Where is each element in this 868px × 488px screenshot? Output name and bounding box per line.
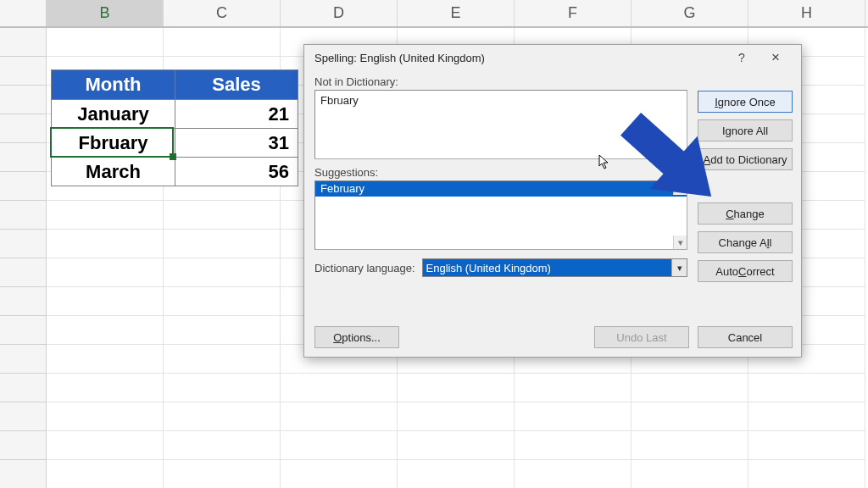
grid-cell[interactable] xyxy=(515,402,632,431)
not-in-dictionary-value: Fbruary xyxy=(320,94,359,107)
grid-cell[interactable] xyxy=(47,258,164,287)
cell-sales-2[interactable]: 56 xyxy=(175,157,298,186)
cell-month-0[interactable]: January xyxy=(52,99,175,128)
row-header[interactable] xyxy=(0,28,47,57)
row-header[interactable] xyxy=(0,57,47,86)
grid-cell[interactable] xyxy=(281,431,398,460)
row-header[interactable] xyxy=(0,345,47,374)
column-header-E[interactable]: E xyxy=(398,0,515,26)
not-in-dictionary-box[interactable]: Fbruary xyxy=(314,90,687,159)
grid-cell[interactable] xyxy=(47,316,164,345)
grid-row xyxy=(0,374,868,402)
add-to-dictionary-button[interactable]: Add to Dictionary xyxy=(698,148,793,170)
row-header[interactable] xyxy=(0,374,47,402)
row-header[interactable] xyxy=(0,230,47,258)
row-header[interactable] xyxy=(0,431,47,460)
grid-cell[interactable] xyxy=(47,374,164,402)
row-header[interactable] xyxy=(0,402,47,431)
grid-cell[interactable] xyxy=(632,402,748,431)
suggestion-item-0[interactable]: February xyxy=(315,181,687,197)
grid-cell[interactable] xyxy=(164,460,281,488)
suggestions-listbox[interactable]: February ▴ ▾ xyxy=(314,180,687,250)
chevron-down-icon[interactable]: ▾ xyxy=(671,259,687,276)
column-header-D[interactable]: D xyxy=(281,0,398,26)
grid-cell[interactable] xyxy=(164,374,281,402)
options-button[interactable]: Options... xyxy=(314,326,399,348)
cell-sales-1[interactable]: 31 xyxy=(175,128,298,157)
column-header-C[interactable]: C xyxy=(164,0,281,26)
cell-sales-0[interactable]: 21 xyxy=(175,99,298,128)
grid-cell[interactable] xyxy=(398,402,515,431)
change-all-button[interactable]: Change All xyxy=(698,231,793,253)
dictionary-language-select[interactable]: English (United Kingdom) ▾ xyxy=(422,258,687,277)
dictionary-language-label: Dictionary language: xyxy=(314,262,415,274)
row-header[interactable] xyxy=(0,287,47,316)
dictionary-language-value: English (United Kingdom) xyxy=(426,262,551,274)
grid-cell[interactable] xyxy=(398,374,515,402)
row-header[interactable] xyxy=(0,143,47,172)
grid-cell[interactable] xyxy=(748,460,865,488)
scroll-down-icon[interactable]: ▾ xyxy=(673,236,687,249)
grid-cell[interactable] xyxy=(515,460,632,488)
autocorrect-button[interactable]: AutoCorrect xyxy=(698,260,793,282)
grid-cell[interactable] xyxy=(47,201,164,230)
row-header[interactable] xyxy=(0,460,47,488)
grid-cell[interactable] xyxy=(164,402,281,431)
row-header[interactable] xyxy=(0,86,47,114)
help-button[interactable]: ? xyxy=(725,46,759,69)
grid-cell[interactable] xyxy=(281,460,398,488)
grid-cell[interactable] xyxy=(164,431,281,460)
header-month[interactable]: Month xyxy=(52,70,175,99)
grid-cell[interactable] xyxy=(164,287,281,316)
row-header[interactable] xyxy=(0,114,47,143)
grid-cell[interactable] xyxy=(47,460,164,488)
grid-cell[interactable] xyxy=(515,374,632,402)
grid-cell[interactable] xyxy=(748,431,865,460)
grid-cell[interactable] xyxy=(515,431,632,460)
column-header-row: B C D E F G H xyxy=(0,0,868,28)
grid-cell[interactable] xyxy=(281,374,398,402)
header-sales[interactable]: Sales xyxy=(175,70,298,99)
grid-cell[interactable] xyxy=(47,230,164,258)
cell-month-2[interactable]: March xyxy=(52,157,175,186)
grid-cell[interactable] xyxy=(164,316,281,345)
grid-cell[interactable] xyxy=(47,28,164,57)
grid-cell[interactable] xyxy=(164,230,281,258)
grid-cell[interactable] xyxy=(164,201,281,230)
grid-cell[interactable] xyxy=(398,431,515,460)
grid-cell[interactable] xyxy=(281,402,398,431)
cancel-button[interactable]: Cancel xyxy=(698,326,793,348)
grid-cell[interactable] xyxy=(632,431,748,460)
cell-month-1[interactable]: Fbruary xyxy=(52,128,175,157)
row-header[interactable] xyxy=(0,172,47,201)
grid-cell[interactable] xyxy=(47,431,164,460)
grid-cell[interactable] xyxy=(164,258,281,287)
data-table: Month Sales January 21 Fbruary 31 March … xyxy=(51,69,298,186)
grid-cell[interactable] xyxy=(164,28,281,57)
undo-last-button[interactable]: Undo Last xyxy=(594,326,689,348)
column-header-B[interactable]: B xyxy=(47,0,164,26)
grid-cell[interactable] xyxy=(164,345,281,374)
grid-row xyxy=(0,460,868,488)
grid-cell[interactable] xyxy=(632,460,748,488)
grid-cell[interactable] xyxy=(47,402,164,431)
ignore-once-button[interactable]: Ignore Once xyxy=(698,91,793,113)
ignore-all-button[interactable]: Ignore All xyxy=(698,119,793,141)
row-header[interactable] xyxy=(0,316,47,345)
grid-cell[interactable] xyxy=(47,345,164,374)
grid-cell[interactable] xyxy=(398,460,515,488)
row-header[interactable] xyxy=(0,201,47,230)
scroll-up-icon[interactable]: ▴ xyxy=(673,181,687,195)
grid-cell[interactable] xyxy=(748,374,865,402)
select-all-corner[interactable] xyxy=(0,0,47,26)
grid-cell[interactable] xyxy=(47,287,164,316)
grid-cell[interactable] xyxy=(748,402,865,431)
column-header-H[interactable]: H xyxy=(748,0,865,26)
close-button[interactable]: × xyxy=(759,46,793,69)
change-button[interactable]: Change xyxy=(698,202,793,225)
column-header-F[interactable]: F xyxy=(515,0,632,26)
row-header[interactable] xyxy=(0,258,47,287)
column-header-G[interactable]: G xyxy=(632,0,748,26)
grid-cell[interactable] xyxy=(632,374,748,402)
dialog-titlebar[interactable]: Spelling: English (United Kingdom) ? × xyxy=(304,45,801,70)
